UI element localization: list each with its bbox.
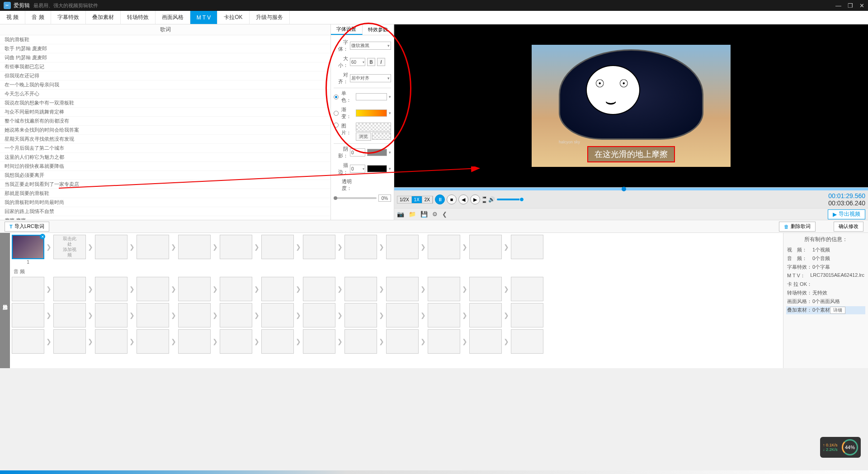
timeline-clip-slot[interactable] — [344, 329, 377, 354]
timeline-clip-slot[interactable] — [386, 303, 419, 327]
settings-icon[interactable]: ⚙ — [432, 211, 438, 218]
timeline-clip-slot[interactable] — [344, 303, 377, 327]
lyric-line[interactable]: 回家的路上我情不自禁 — [0, 207, 330, 216]
timeline-clip-slot[interactable] — [220, 235, 252, 259]
align-select[interactable]: 居中对齐 — [350, 74, 391, 82]
opacity-slider[interactable] — [334, 197, 377, 199]
timeline-clip-slot[interactable] — [178, 303, 211, 327]
speed-button[interactable]: 1/2X — [397, 196, 412, 203]
timeline-clip-slot[interactable] — [511, 277, 543, 301]
lyric-line[interactable]: 星期天我再次寻找依然没有发现 — [0, 135, 330, 144]
timeline-clip-slot[interactable] — [469, 303, 502, 327]
timeline-clip-slot[interactable] — [53, 303, 86, 327]
lyric-line[interactable]: 我的滑板鞋时尚时尚最时尚 — [0, 198, 330, 207]
timeline-clip-slot[interactable] — [261, 303, 294, 327]
share-icon[interactable]: ❮ — [442, 211, 447, 218]
maximize-button[interactable]: ❐ — [848, 2, 853, 9]
lyric-line[interactable]: 歌手 约瑟翰 庞麦郎 — [0, 44, 330, 53]
timeline-clip-slot[interactable] — [137, 329, 169, 354]
size-input[interactable]: 60 — [350, 58, 365, 66]
timeline-clip-slot[interactable] — [178, 235, 211, 259]
main-tab[interactable]: 升级与服务 — [250, 11, 290, 24]
timeline-clip-slot[interactable] — [303, 303, 335, 327]
stroke-color-swatch[interactable] — [367, 165, 387, 172]
prev-frame-button[interactable]: ◀ — [458, 194, 468, 204]
volume-slider[interactable] — [497, 199, 524, 200]
timeline-clip-slot[interactable]: 双击此处添加视频 — [53, 235, 86, 259]
lyric-line[interactable]: 我的滑板鞋 — [0, 35, 330, 44]
timeline-clip-slot[interactable] — [261, 277, 294, 301]
timeline-clip-slot[interactable] — [511, 235, 543, 259]
import-lrc-button[interactable]: T 导入LRC歌词 — [5, 222, 49, 232]
lyric-line[interactable]: 在一个晚上我的母亲问我 — [0, 81, 330, 90]
italic-button[interactable]: I — [377, 58, 385, 66]
timeline-clip-slot[interactable] — [53, 329, 86, 354]
lyric-line[interactable]: 这里的人们称它为魅力之都 — [0, 153, 330, 162]
volume-icon[interactable]: 🔊 — [488, 196, 495, 203]
skip-back-button[interactable]: ⏮ — [483, 195, 486, 199]
solid-color-radio[interactable] — [334, 95, 339, 100]
solid-color-swatch[interactable] — [356, 93, 387, 100]
progress-bar[interactable] — [394, 188, 868, 190]
lyric-line[interactable]: 有些事我都已忘记 — [0, 62, 330, 71]
main-tab[interactable]: 音 频 — [25, 11, 51, 24]
lyric-line[interactable]: 整个城市找遍所有的街都没有 — [0, 117, 330, 126]
minimize-button[interactable]: — — [835, 2, 841, 9]
lyric-line[interactable]: 与众不同最时尚跳舞肯定棒 — [0, 108, 330, 117]
next-frame-button[interactable]: ▶ — [470, 194, 480, 204]
font-settings-tab[interactable]: 字体设置 — [331, 24, 363, 35]
shadow-color-swatch[interactable] — [367, 149, 387, 156]
main-tab[interactable]: 叠加素材 — [86, 11, 121, 24]
timeline-clip-slot[interactable] — [137, 303, 169, 327]
confirm-changes-button[interactable]: 确认修改 — [834, 222, 863, 232]
timeline-clip-slot[interactable] — [220, 303, 252, 327]
timeline-clip-slot[interactable] — [469, 277, 502, 301]
timeline-clip-slot[interactable] — [53, 277, 86, 301]
main-tab[interactable]: 转场特效 — [121, 11, 156, 24]
speed-button[interactable]: 1X — [412, 196, 422, 203]
timeline-clip-slot[interactable] — [469, 329, 502, 354]
browse-button[interactable]: 浏览 — [356, 133, 371, 141]
timeline-clip-slot[interactable] — [428, 235, 460, 259]
shadow-size-input[interactable]: 0 — [350, 148, 365, 156]
timeline-clip-slot[interactable] — [12, 303, 44, 327]
lyric-line[interactable]: 当我正要走时我看到了一家专卖店 — [0, 180, 330, 189]
timeline-clip-slot[interactable] — [178, 277, 211, 301]
timeline-clip-slot[interactable] — [95, 329, 127, 354]
timeline-clip-slot[interactable]: 1 — [12, 235, 44, 259]
skip-fwd-button[interactable]: ⏭ — [483, 200, 486, 204]
video-preview[interactable]: halcyon sky 在这光滑的地上摩擦 — [394, 24, 868, 187]
lyric-line[interactable]: 那就是我要的滑板鞋 — [0, 189, 330, 198]
lyric-line[interactable]: 但我现在还记得 — [0, 71, 330, 81]
speed-button[interactable]: 2X — [422, 196, 433, 203]
lyrics-list[interactable]: 我的滑板鞋歌手 约瑟翰 庞麦郎词曲 约瑟翰 庞麦郎有些事我都已忘记但我现在还记得… — [0, 35, 330, 220]
timeline-clip-slot[interactable] — [511, 303, 543, 327]
timeline-clip-slot[interactable] — [12, 277, 44, 301]
timeline-clip-slot[interactable] — [137, 277, 169, 301]
lyric-line[interactable]: 摩擦 摩擦 — [0, 216, 330, 220]
effect-params-tab[interactable]: 特效参数 — [363, 24, 394, 35]
timeline-clip-slot[interactable] — [386, 329, 419, 354]
timeline-clip-slot[interactable] — [178, 329, 211, 354]
stop-button[interactable]: ■ — [447, 194, 457, 204]
lyric-line[interactable]: 一个月后我去了第二个城市 — [0, 144, 330, 153]
save-icon[interactable]: 💾 — [420, 211, 428, 218]
play-pause-button[interactable]: ⏸ — [435, 194, 445, 204]
timeline-clip-slot[interactable] — [261, 329, 294, 354]
font-select[interactable]: 微软雅黑 — [350, 42, 391, 50]
timeline-clip-slot[interactable] — [344, 277, 377, 301]
export-video-button[interactable]: ▶ 导出视频 — [828, 209, 865, 219]
timeline-clip-slot[interactable] — [95, 235, 127, 259]
timeline-clip-slot[interactable] — [386, 235, 419, 259]
timeline-clip-slot[interactable] — [469, 235, 502, 259]
lyric-line[interactable]: 词曲 约瑟翰 庞麦郎 — [0, 53, 330, 62]
lyric-line[interactable]: 我想我必须要离开 — [0, 171, 330, 180]
timeline-body[interactable]: 1❯双击此处添加视频❯❯❯❯❯❯❯❯❯❯❯音 频❯❯❯❯❯❯❯❯❯❯❯❯❯❯❯❯… — [10, 233, 783, 368]
detail-button[interactable]: 详细 — [830, 307, 845, 314]
image-fill-radio[interactable] — [334, 123, 339, 128]
delete-lyric-button[interactable]: 🗑 删除歌词 — [779, 222, 816, 232]
timeline-clip-slot[interactable] — [261, 235, 294, 259]
timeline-clip-slot[interactable] — [386, 277, 419, 301]
close-button[interactable]: ✕ — [859, 2, 864, 9]
timeline-clip-slot[interactable] — [511, 329, 543, 354]
